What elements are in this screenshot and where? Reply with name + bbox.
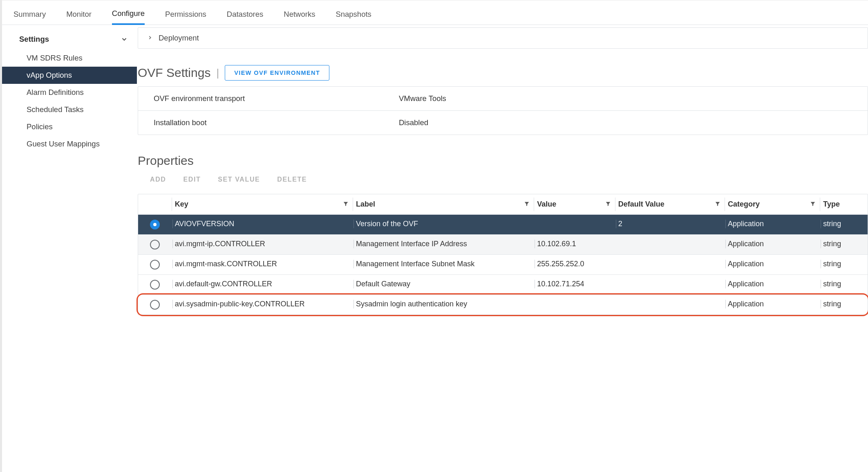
- col-select: [138, 194, 172, 215]
- row-radio[interactable]: [150, 220, 160, 229]
- cell: string: [823, 300, 864, 308]
- chevron-right-icon: [147, 34, 153, 43]
- cell: avi.mgmt-mask.CONTROLLER: [175, 260, 349, 268]
- sidebar-item-policies[interactable]: Policies: [2, 118, 137, 135]
- set-value-button[interactable]: SET VALUE: [218, 176, 260, 183]
- sidebar: Settings VM SDRS RulesvApp OptionsAlarm …: [2, 25, 137, 472]
- table-row[interactable]: AVIOVFVERSIONVersion of the OVF2Applicat…: [138, 215, 868, 235]
- filter-icon[interactable]: [605, 200, 611, 209]
- cell: Management Interface Subnet Mask: [356, 260, 530, 268]
- filter-icon[interactable]: [810, 200, 816, 209]
- table-row[interactable]: avi.mgmt-ip.CONTROLLERManagement Interfa…: [138, 235, 868, 255]
- cell: Version of the OVF: [356, 220, 530, 228]
- sidebar-item-scheduled-tasks[interactable]: Scheduled Tasks: [2, 101, 137, 118]
- cell: string: [823, 240, 864, 248]
- deployment-label: Deployment: [159, 34, 199, 43]
- cell: string: [823, 260, 864, 268]
- delete-button[interactable]: DELETE: [277, 176, 307, 183]
- filter-icon[interactable]: [715, 200, 720, 209]
- table-row[interactable]: avi.default-gw.CONTROLLERDefault Gateway…: [138, 275, 868, 295]
- cell: Application: [728, 220, 817, 228]
- sidebar-item-guest-user-mappings[interactable]: Guest User Mappings: [2, 135, 137, 153]
- cell: 255.255.252.0: [537, 260, 611, 268]
- properties-actions: ADDEDITSET VALUEDELETE: [138, 171, 868, 194]
- cell: avi.sysadmin-public-key.CONTROLLER: [175, 300, 349, 308]
- cell: avi.mgmt-ip.CONTROLLER: [175, 240, 349, 248]
- tab-permissions[interactable]: Permissions: [165, 4, 206, 25]
- row-radio[interactable]: [150, 300, 160, 310]
- filter-icon[interactable]: [524, 200, 530, 209]
- col-label: Value: [537, 200, 556, 208]
- cell: 10.102.69.1: [537, 240, 611, 248]
- cell: Application: [728, 240, 817, 248]
- sidebar-section-settings[interactable]: Settings: [2, 32, 137, 49]
- cell: Application: [728, 300, 817, 308]
- cell: Default Gateway: [356, 280, 530, 288]
- col-type[interactable]: Type: [820, 194, 868, 215]
- tab-configure[interactable]: Configure: [112, 4, 145, 25]
- cell: 2: [618, 220, 721, 228]
- view-ovf-environment-button[interactable]: VIEW OVF ENVIRONMENT: [225, 65, 329, 81]
- chevron-down-icon: [121, 36, 128, 43]
- col-default-value[interactable]: Default Value: [615, 194, 725, 215]
- ovf-row-key: Installation boot: [154, 118, 399, 127]
- tab-monitor[interactable]: Monitor: [66, 4, 92, 25]
- col-label: Category: [728, 200, 760, 208]
- ovf-row-key: OVF environment transport: [154, 94, 399, 103]
- deployment-panel: Deployment: [138, 27, 868, 49]
- ovf-row-value: Disabled: [399, 118, 428, 127]
- edit-button[interactable]: EDIT: [183, 176, 201, 183]
- cell: string: [823, 280, 864, 288]
- col-label: Key: [175, 200, 188, 208]
- sidebar-item-alarm-definitions[interactable]: Alarm Definitions: [2, 84, 137, 101]
- col-value[interactable]: Value: [534, 194, 615, 215]
- ovf-row: Installation bootDisabled: [138, 110, 868, 135]
- cell: Application: [728, 260, 817, 268]
- tab-summary[interactable]: Summary: [13, 4, 46, 25]
- tab-snapshots[interactable]: Snapshots: [336, 4, 371, 25]
- properties-table: KeyLabelValueDefault ValueCategoryType A…: [138, 194, 868, 315]
- tabs-bar: SummaryMonitorConfigurePermissionsDatast…: [2, 4, 868, 25]
- content-pane: Deployment OVF Settings | VIEW OVF ENVIR…: [137, 25, 868, 472]
- col-label[interactable]: Label: [353, 194, 534, 215]
- ovf-row: OVF environment transportVMware Tools: [138, 87, 868, 110]
- row-radio[interactable]: [150, 260, 160, 270]
- col-label: Label: [356, 200, 375, 208]
- cell: avi.default-gw.CONTROLLER: [175, 280, 349, 288]
- separator: |: [216, 67, 219, 79]
- sidebar-item-vapp-options[interactable]: vApp Options: [2, 67, 137, 84]
- cell: 10.102.71.254: [537, 280, 611, 288]
- table-row[interactable]: avi.mgmt-mask.CONTROLLERManagement Inter…: [138, 255, 868, 275]
- table-row[interactable]: avi.sysadmin-public-key.CONTROLLERSysadm…: [138, 295, 868, 315]
- cell: Management Interface IP Address: [356, 240, 530, 248]
- add-button[interactable]: ADD: [150, 176, 166, 183]
- deployment-toggle[interactable]: Deployment: [138, 28, 868, 48]
- properties-title: Properties: [138, 154, 868, 168]
- row-radio[interactable]: [150, 280, 160, 290]
- row-radio[interactable]: [150, 240, 160, 249]
- col-key[interactable]: Key: [172, 194, 353, 215]
- col-label: Type: [823, 200, 840, 208]
- filter-icon[interactable]: [343, 200, 349, 209]
- tab-datastores[interactable]: Datastores: [227, 4, 263, 25]
- tab-networks[interactable]: Networks: [284, 4, 315, 25]
- col-category[interactable]: Category: [725, 194, 820, 215]
- cell: Application: [728, 280, 817, 288]
- ovf-settings-title: OVF Settings: [138, 66, 210, 80]
- ovf-settings-panel: OVF environment transportVMware ToolsIns…: [138, 86, 868, 135]
- col-label: Default Value: [618, 200, 664, 208]
- sidebar-heading-label: Settings: [19, 35, 49, 44]
- cell: Sysadmin login authentication key: [356, 300, 530, 308]
- cell: string: [823, 220, 864, 228]
- sidebar-item-vm-sdrs-rules[interactable]: VM SDRS Rules: [2, 49, 137, 67]
- ovf-row-value: VMware Tools: [399, 94, 446, 103]
- cell: AVIOVFVERSION: [175, 220, 349, 228]
